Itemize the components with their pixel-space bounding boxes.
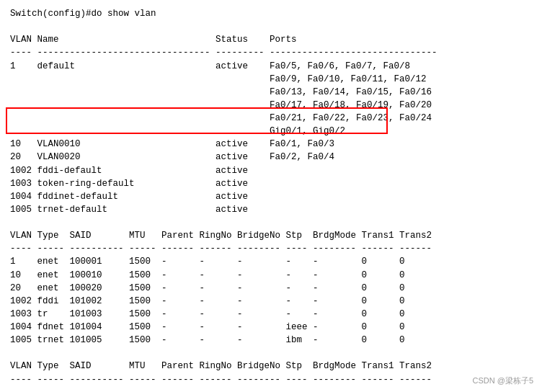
terminal-output: Switch(config)#do show vlan VLAN Name St… — [10, 7, 532, 392]
terminal-window: Switch(config)#do show vlan VLAN Name St… — [0, 0, 542, 392]
watermark: CSDN @梁栋子5 — [472, 375, 533, 386]
